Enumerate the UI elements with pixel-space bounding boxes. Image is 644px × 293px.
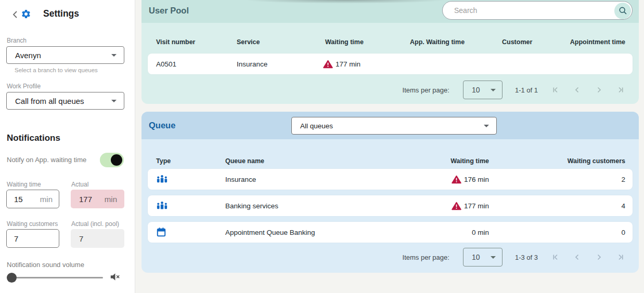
search-icon: [618, 6, 628, 16]
people-group-icon: [156, 175, 168, 184]
warning-icon: [452, 202, 461, 210]
work-profile-select[interactable]: Call from all queues: [6, 92, 124, 110]
waiting-customers-cell: 2: [621, 169, 625, 190]
actual-customers-label: Actual (incl. pool): [71, 220, 119, 228]
previous-page-button[interactable]: [566, 79, 588, 100]
user-pool-row[interactable]: A0501 Insurance 177 min: [148, 54, 633, 74]
queue-section: Queue All queues Type Queue name Waiting…: [141, 112, 639, 273]
queue-row[interactable]: Insurance 176 min 2: [148, 169, 633, 190]
actual-time-unit: min: [105, 195, 117, 204]
queue-pagination: Items per page: 10 1-3 of 3: [403, 247, 630, 268]
col-queue-waiting-time: Waiting time: [450, 157, 489, 165]
search-button[interactable]: [614, 3, 631, 19]
work-profile-select-value: Call from all queues: [15, 97, 111, 105]
queue-type-icon-group: [156, 195, 168, 216]
first-page-button[interactable]: [545, 247, 566, 268]
col-type: Type: [156, 157, 171, 165]
queue-row[interactable]: Appointment Queue Banking 0 min 0: [148, 222, 633, 243]
page-range: 1-1 of 1: [515, 86, 538, 94]
page-range: 1-3 of 3: [515, 254, 538, 261]
branch-select[interactable]: Avenyn: [6, 46, 124, 64]
service-cell: Insurance: [237, 54, 267, 74]
waiting-customers-field[interactable]: [6, 229, 59, 248]
waiting-time-field[interactable]: min: [6, 190, 59, 208]
page-size-select[interactable]: 10: [463, 248, 503, 267]
page-size-value: 10: [472, 253, 491, 261]
user-pool-section: User Pool Visit number Service Waiting t…: [141, 0, 639, 104]
last-page-button[interactable]: [609, 79, 630, 100]
page-size-value: 10: [472, 86, 491, 94]
queue-filter-select[interactable]: All queues: [291, 117, 497, 135]
mute-button[interactable]: [108, 271, 122, 284]
actual-customers-value: 7: [79, 234, 83, 243]
chevron-down-icon: [111, 54, 117, 57]
queue-waiting-time-cell: 176 min: [452, 169, 489, 190]
chevron-down-icon: [111, 100, 117, 102]
volume-slider-thumb[interactable]: [7, 273, 17, 283]
sidebar-title: Settings: [43, 8, 79, 19]
first-page-icon: [550, 251, 562, 263]
chevron-down-icon: [491, 89, 496, 91]
warning-icon: [452, 175, 461, 184]
col-app-waiting-time: App. Waiting time: [410, 38, 465, 46]
queue-waiting-time-cell: 0 min: [472, 222, 489, 243]
col-waiting-time: Waiting time: [325, 38, 364, 46]
next-page-button[interactable]: [588, 79, 609, 100]
queue-type-icon-calendar: [156, 222, 166, 243]
settings-sidebar: Settings Branch Avenyn Select a branch t…: [0, 0, 135, 293]
notify-toggle[interactable]: [100, 153, 124, 167]
waiting-customers-label: Waiting customers: [7, 220, 58, 228]
actual-customers-field: 7: [71, 229, 124, 248]
user-pool-pagination: Items per page: 10 1-1 of 1: [403, 79, 630, 100]
queue-title: Queue: [149, 121, 175, 130]
queue-waiting-time-text: 0 min: [472, 229, 489, 236]
first-page-button[interactable]: [545, 79, 566, 100]
notifications-heading: Notifications: [7, 133, 60, 143]
chevron-left-icon: [572, 84, 583, 96]
pagination-nav: [545, 79, 630, 100]
queue-waiting-time-text: 177 min: [464, 202, 489, 210]
chevron-right-icon: [593, 84, 604, 96]
actual-time-label: Actual: [71, 181, 88, 188]
queue-row[interactable]: Banking services 177 min 4: [148, 195, 633, 216]
first-page-icon: [550, 84, 562, 96]
last-page-button[interactable]: [609, 247, 630, 268]
page-size-select[interactable]: 10: [463, 81, 503, 99]
sidebar-header: Settings: [0, 7, 135, 22]
waiting-customers-cell: 4: [621, 195, 625, 216]
notify-toggle-label: Notify on App. waiting time: [7, 156, 86, 164]
search-input[interactable]: [454, 2, 610, 19]
col-waiting-customers: Waiting customers: [568, 157, 625, 165]
chevron-right-icon: [593, 251, 604, 263]
items-per-page-label: Items per page:: [403, 86, 449, 94]
gear-icon: [21, 9, 31, 19]
queue-name-cell: Insurance: [225, 169, 256, 190]
waiting-time-input[interactable]: [14, 195, 36, 204]
waiting-time-cell: 177 min: [323, 54, 360, 74]
last-page-icon: [614, 84, 626, 96]
volume-label: Notification sound volume: [7, 261, 84, 269]
col-customer: Customer: [502, 38, 532, 46]
volume-muted-icon: [109, 272, 121, 282]
col-visit-number: Visit number: [156, 38, 195, 46]
branch-hint: Select a branch to view queues: [15, 67, 98, 73]
volume-slider-track: [7, 277, 103, 278]
queue-filter-value: All queues: [300, 122, 484, 130]
chevron-left-icon: [11, 10, 19, 19]
previous-page-button[interactable]: [566, 247, 588, 268]
chevron-down-icon: [484, 125, 489, 127]
items-per-page-label: Items per page:: [403, 254, 449, 261]
visit-number-cell: A0501: [156, 54, 176, 74]
people-group-icon: [156, 201, 168, 210]
volume-slider[interactable]: [7, 272, 103, 283]
queue-waiting-time-text: 176 min: [464, 176, 489, 183]
waiting-customers-input[interactable]: [14, 234, 36, 243]
queue-type-icon-group: [156, 169, 168, 190]
waiting-customers-cell: 0: [621, 222, 625, 243]
search-box: [442, 1, 633, 20]
waiting-time-label: Waiting time: [7, 181, 41, 188]
back-button[interactable]: [10, 9, 20, 20]
next-page-button[interactable]: [588, 247, 609, 268]
waiting-time-unit: min: [40, 195, 53, 204]
user-pool-title: User Pool: [149, 6, 189, 16]
